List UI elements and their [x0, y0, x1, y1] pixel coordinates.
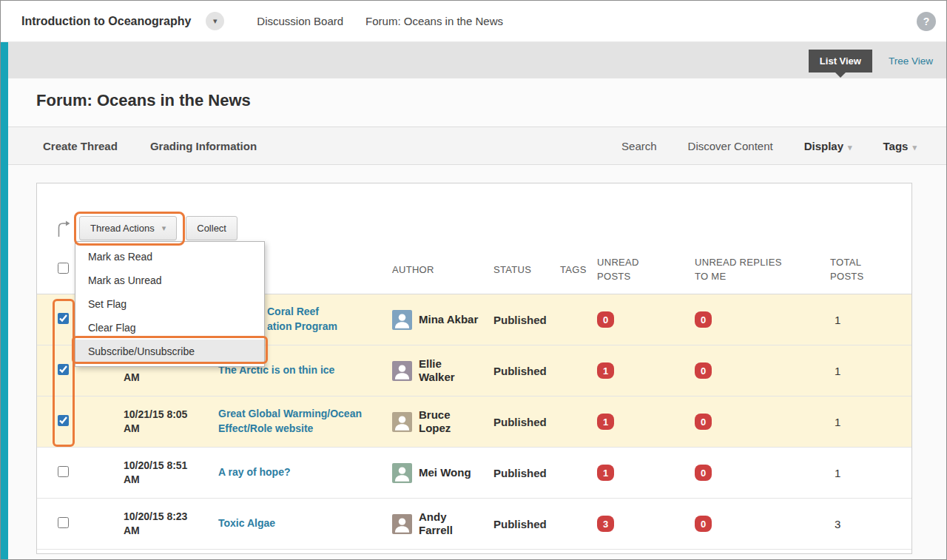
left-accent-stripe — [1, 42, 8, 559]
author-avatar — [392, 514, 412, 534]
column-header-status: STATUS — [493, 263, 560, 277]
total-posts: 1 — [830, 467, 911, 479]
action-bar-left: Create Thread Grading Information — [43, 140, 257, 152]
unread-posts-badge[interactable]: 0 — [597, 311, 614, 328]
menu-item-mark-as-unread[interactable]: Mark as Unread — [75, 269, 264, 292]
thread-toolbar: Thread Actions ▾ Collect — [55, 216, 911, 240]
view-tabs: List View Tree View — [809, 50, 933, 72]
menu-item-mark-as-read[interactable]: Mark as Read — [75, 245, 264, 269]
author-name: Mei Wong — [419, 466, 471, 479]
table-row: 10/20/15 8:51 AM A ray of hope? Mei Wong… — [37, 448, 911, 499]
chevron-down-icon: ▾ — [912, 143, 917, 152]
thread-list-card: Thread Actions ▾ Collect DATE THREAD AUT… — [36, 183, 912, 554]
author-name: Bruce Lopez — [419, 408, 463, 435]
main-content: Thread Actions ▾ Collect DATE THREAD AUT… — [8, 165, 946, 560]
tags-dropdown[interactable]: Tags▾ — [883, 140, 917, 152]
author-avatar — [392, 412, 412, 432]
author-name: Andy Farrell — [419, 510, 463, 537]
breadcrumb: Discussion Board Forum: Oceans in the Ne… — [257, 15, 503, 27]
author-avatar — [392, 310, 412, 330]
thread-link[interactable]: A ray of hope? — [218, 465, 392, 480]
thread-actions-menu: Mark as Read Mark as Unread Set Flag Cle… — [75, 241, 265, 367]
chevron-down-icon: ▾ — [213, 16, 218, 26]
search-button[interactable]: Search — [621, 140, 657, 152]
column-header-unread-posts: UNREAD POSTS — [597, 256, 644, 284]
unread-posts-badge[interactable]: 1 — [597, 362, 614, 379]
thread-status: Published — [493, 314, 560, 326]
column-header-unread-replies: UNREAD REPLIES TO ME — [695, 256, 794, 284]
action-bar: Create Thread Grading Information Search… — [8, 126, 946, 165]
chevron-down-icon: ▾ — [162, 223, 166, 233]
unread-posts-badge[interactable]: 1 — [597, 465, 614, 481]
author-name: Mina Akbar — [419, 313, 478, 326]
author-name: Ellie Walker — [419, 357, 463, 384]
breadcrumb-forum: Forum: Oceans in the News — [365, 15, 503, 27]
thread-date: 10/21/15 8:05 AM — [124, 408, 218, 436]
thread-checkbox[interactable] — [58, 313, 69, 324]
help-icon[interactable]: ? — [917, 12, 936, 31]
display-dropdown[interactable]: Display▾ — [804, 140, 852, 152]
thread-date: 10/20/15 8:23 AM — [124, 510, 218, 538]
table-row: 10/20/15 8:23 AM Toxic Algae Andy Farrel… — [37, 499, 911, 550]
thread-status: Published — [493, 416, 560, 428]
create-thread-button[interactable]: Create Thread — [43, 140, 118, 152]
unread-replies-badge[interactable]: 0 — [695, 362, 712, 379]
chevron-down-icon: ▾ — [848, 143, 852, 152]
author-avatar — [392, 361, 412, 381]
menu-item-subscribe-unsubscribe[interactable]: Subscribe/Unsubscribe — [75, 340, 264, 363]
column-header-tags: TAGS — [560, 263, 597, 277]
page-title: Forum: Oceans in the News — [36, 91, 946, 110]
unread-posts-badge[interactable]: 3 — [597, 516, 614, 532]
up-right-arrow-icon — [55, 217, 71, 240]
page-title-band: Forum: Oceans in the News — [8, 78, 946, 126]
app-window: Introduction to Oceanography ▾ Discussio… — [0, 0, 947, 560]
menu-item-clear-flag[interactable]: Clear Flag — [75, 316, 264, 340]
thread-checkbox[interactable] — [58, 364, 69, 375]
thread-checkbox[interactable] — [58, 466, 69, 477]
thread-checkbox[interactable] — [58, 415, 69, 426]
total-posts: 1 — [830, 365, 911, 377]
thread-author: Mina Akbar — [392, 310, 493, 330]
thread-date: 10/20/15 8:51 AM — [124, 459, 218, 487]
column-header-total-posts: TOTAL POSTS — [830, 256, 869, 284]
unread-replies-badge[interactable]: 0 — [695, 311, 712, 328]
total-posts: 3 — [830, 518, 911, 530]
view-toolbar: List View Tree View — [8, 42, 946, 78]
menu-item-set-flag[interactable]: Set Flag — [75, 292, 264, 316]
tab-list-view[interactable]: List View — [809, 50, 872, 72]
column-header-author: AUTHOR — [392, 263, 493, 277]
select-all-checkbox[interactable] — [58, 263, 69, 274]
thread-author: Ellie Walker — [392, 357, 493, 384]
unread-posts-badge[interactable]: 1 — [597, 414, 614, 430]
grading-information-button[interactable]: Grading Information — [150, 140, 257, 152]
thread-author: Mei Wong — [392, 463, 493, 483]
unread-replies-badge[interactable]: 0 — [695, 516, 712, 532]
thread-status: Published — [493, 365, 560, 377]
thread-status: Published — [493, 467, 560, 479]
author-avatar — [392, 463, 412, 483]
thread-author: Andy Farrell — [392, 510, 493, 537]
breadcrumb-discussion-board[interactable]: Discussion Board — [257, 15, 343, 27]
topbar: Introduction to Oceanography ▾ Discussio… — [1, 1, 946, 42]
action-bar-right: Search Discover Content Display▾ Tags▾ — [621, 140, 917, 152]
table-row: 10/21/15 8:05 AM Great Global Warming/Oc… — [37, 397, 911, 448]
course-title: Introduction to Oceanography — [21, 15, 191, 28]
thread-link[interactable]: Great Global Warming/Ocean Effect/Role w… — [218, 407, 392, 436]
collect-button[interactable]: Collect — [186, 216, 237, 240]
unread-replies-badge[interactable]: 0 — [695, 465, 712, 481]
thread-checkbox[interactable] — [58, 517, 69, 528]
discover-content-button[interactable]: Discover Content — [688, 140, 773, 152]
course-menu-button[interactable]: ▾ — [206, 12, 224, 30]
total-posts: 1 — [830, 314, 911, 326]
thread-actions-button[interactable]: Thread Actions ▾ — [79, 216, 177, 240]
total-posts: 1 — [830, 416, 911, 428]
thread-status: Published — [493, 518, 560, 530]
tab-tree-view[interactable]: Tree View — [889, 55, 933, 67]
thread-link[interactable]: Toxic Algae — [218, 516, 392, 531]
unread-replies-badge[interactable]: 0 — [695, 414, 712, 430]
thread-author: Bruce Lopez — [392, 408, 493, 435]
